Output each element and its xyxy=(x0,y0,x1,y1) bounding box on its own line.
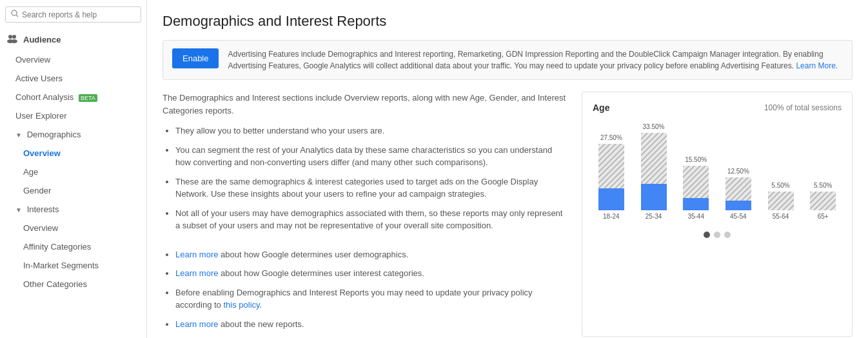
bullet-list: They allow you to better understand who … xyxy=(163,124,569,232)
search-input[interactable] xyxy=(22,10,135,19)
bar-striped-55-64 xyxy=(768,192,794,210)
bar-blue-35-44 xyxy=(683,198,709,210)
chart-dot-2[interactable] xyxy=(714,232,720,238)
chart-subtitle: 100% of total sessions xyxy=(764,103,842,112)
sidebar-sub-item-label: Gender xyxy=(23,186,51,195)
sidebar-sub-item-label: Overview xyxy=(23,223,58,233)
bar-outer-18-24 xyxy=(598,144,624,210)
chart-panel: Age 100% of total sessions 27.50% 18-24 … xyxy=(582,92,853,337)
bar-blue-18-24 xyxy=(598,188,624,210)
sidebar-item-overview[interactable]: Overview xyxy=(0,50,146,69)
bar-outer-35-44 xyxy=(683,166,709,210)
audience-icon xyxy=(6,34,18,45)
description-panel: The Demographics and Interest sections i… xyxy=(163,92,569,337)
bar-pct-55-64: 5.50% xyxy=(771,182,789,189)
bar-striped-18-24 xyxy=(598,144,624,188)
enable-button[interactable]: Enable xyxy=(172,48,219,68)
bar-outer-45-54 xyxy=(725,177,751,210)
sidebar-item-demographics[interactable]: ▼ Demographics xyxy=(0,125,146,144)
sidebar-item-label: Overview xyxy=(15,55,50,65)
bar-outer-55-64 xyxy=(768,192,794,210)
audience-section[interactable]: Audience xyxy=(0,29,146,50)
sidebar-sub-item-label: Other Categories xyxy=(23,279,87,289)
sidebar-sub-item-demo-gender[interactable]: Gender xyxy=(0,181,146,200)
bullet-item-2: You can segment the rest of your Analyti… xyxy=(175,144,569,169)
enable-banner: Enable Advertising Features include Demo… xyxy=(163,40,853,80)
sidebar-sub-item-label: Age xyxy=(23,167,38,177)
bar-striped-45-54 xyxy=(725,177,751,201)
banner-text: Advertising Features include Demographic… xyxy=(228,48,843,72)
learn-more-demographics-link[interactable]: Learn more xyxy=(175,250,218,259)
bar-label-18-24: 18-24 xyxy=(603,213,620,220)
svg-point-3 xyxy=(12,35,16,39)
learn-more-interests-link[interactable]: Learn more xyxy=(175,268,218,278)
svg-point-5 xyxy=(11,39,17,43)
sidebar-sub-item-label: Overview xyxy=(23,148,61,158)
bar-outer-25-34 xyxy=(641,133,667,210)
learn-more-link[interactable]: Learn More. xyxy=(796,61,838,70)
bar-chart: 27.50% 18-24 33.50% 25-34 15.50% 35-44 1… xyxy=(593,126,842,223)
bar-blue-25-34 xyxy=(641,184,667,210)
bar-pct-65+: 5.50% xyxy=(814,182,832,189)
learn-more-reports-link[interactable]: Learn more xyxy=(175,319,218,329)
bar-pct-18-24: 27.50% xyxy=(600,134,622,141)
sidebar-sub-item-int-overview[interactable]: Overview xyxy=(0,219,146,237)
sidebar-item-interests[interactable]: ▼ Interests xyxy=(0,200,146,219)
bar-pct-25-34: 33.50% xyxy=(643,123,665,130)
bar-pct-35-44: 15.50% xyxy=(685,156,707,163)
bar-label-65+: 65+ xyxy=(818,213,829,220)
sidebar-item-user-explorer[interactable]: User Explorer xyxy=(0,106,146,125)
bar-label-55-64: 55-64 xyxy=(773,213,789,220)
sidebar-item-label: Cohort Analysis xyxy=(15,92,74,102)
content-row: The Demographics and Interest sections i… xyxy=(163,92,853,337)
this-policy-link[interactable]: this policy xyxy=(223,300,259,310)
sidebar-item-active-users[interactable]: Active Users xyxy=(0,69,146,88)
link-item-4: Learn more about the new reports. xyxy=(175,318,569,331)
sidebar-sub-item-int-inmarket[interactable]: In-Market Segments xyxy=(0,256,146,275)
description-intro: The Demographics and Interest sections i… xyxy=(163,92,569,117)
collapse-arrow-interests: ▼ xyxy=(15,206,22,214)
bar-label-25-34: 25-34 xyxy=(646,213,662,220)
search-box[interactable] xyxy=(5,6,141,23)
bar-group-55-64: 5.50% 55-64 xyxy=(762,182,800,220)
sidebar-sub-item-label: In-Market Segments xyxy=(23,261,99,270)
search-icon xyxy=(11,10,19,19)
collapse-arrow-demographics: ▼ xyxy=(15,132,22,139)
sidebar-item-label: Active Users xyxy=(15,74,63,83)
sidebar-sub-item-label: Affinity Categories xyxy=(23,242,91,252)
link-item-2: Learn more about how Google determines u… xyxy=(175,267,569,280)
bar-label-35-44: 35-44 xyxy=(687,213,704,220)
bullet-item-4: Not all of your users may have demograph… xyxy=(175,207,569,232)
chart-dot-1[interactable] xyxy=(704,232,710,238)
page-title: Demographics and Interest Reports xyxy=(163,13,853,30)
sidebar-sub-item-int-other[interactable]: Other Categories xyxy=(0,275,146,293)
main-content: Demographics and Interest Reports Enable… xyxy=(147,0,868,338)
bar-striped-65+ xyxy=(810,192,836,210)
bullet-item-3: These are the same demographics & intere… xyxy=(175,175,569,201)
audience-label: Audience xyxy=(23,35,61,45)
bar-pct-45-54: 12.50% xyxy=(727,168,749,175)
sidebar-sub-item-int-affinity[interactable]: Affinity Categories xyxy=(0,237,146,256)
sidebar-item-label: User Explorer xyxy=(15,111,66,121)
bullet-item-1: They allow you to better understand who … xyxy=(175,124,569,137)
bar-group-25-34: 33.50% 25-34 xyxy=(635,123,673,220)
sidebar-item-label: Interests xyxy=(27,204,59,214)
bar-striped-25-34 xyxy=(641,133,667,184)
bar-group-65+: 5.50% 65+ xyxy=(804,182,842,220)
bar-blue-45-54 xyxy=(725,201,751,210)
svg-line-1 xyxy=(16,15,18,17)
beta-badge: BETA xyxy=(79,94,97,102)
sidebar-sub-item-demo-overview[interactable]: Overview xyxy=(0,144,146,163)
link-list: Learn more about how Google determines u… xyxy=(163,248,569,331)
chart-title: Age xyxy=(593,103,609,113)
sidebar: Audience Overview Active Users Cohort An… xyxy=(0,0,147,338)
svg-point-0 xyxy=(12,10,17,15)
sidebar-item-cohort-analysis[interactable]: Cohort Analysis BETA xyxy=(0,88,146,106)
bar-group-45-54: 12.50% 45-54 xyxy=(720,168,757,220)
bar-group-35-44: 15.50% 35-44 xyxy=(677,156,715,220)
chart-dot-3[interactable] xyxy=(724,232,731,238)
chart-dots xyxy=(593,232,842,238)
sidebar-sub-item-demo-age[interactable]: Age xyxy=(0,163,146,181)
link-item-1: Learn more about how Google determines u… xyxy=(175,248,569,261)
bar-label-45-54: 45-54 xyxy=(730,213,747,220)
